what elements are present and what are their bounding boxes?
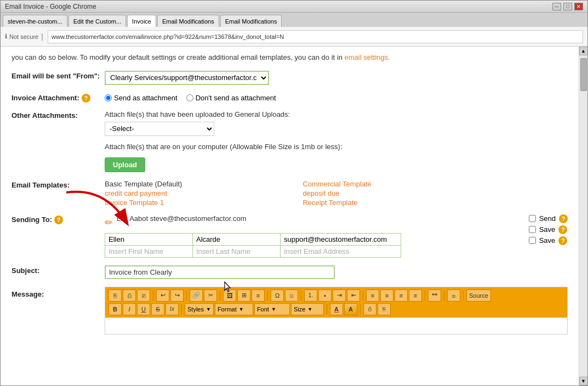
send-label: Send (539, 214, 556, 223)
tb-sep-5 (301, 291, 301, 300)
tb-align-justify[interactable]: ≡ (409, 290, 422, 302)
tb-unlink[interactable]: ✂ (204, 290, 217, 302)
tb-font-dropdown[interactable]: Font ▼ (254, 303, 290, 315)
close-button[interactable]: ✕ (574, 3, 583, 10)
from-select[interactable]: Clearly Services/support@thecustomerfact… (105, 71, 269, 85)
minimize-button[interactable]: ─ (552, 3, 561, 10)
tb-format-label: Format (218, 306, 237, 313)
tb-image[interactable]: 🖼 (223, 290, 236, 302)
templates-label: Email Templates: (12, 180, 105, 189)
form-row-message: Message: ⎘ ⎙ ⎚ ↩ ↪ (12, 287, 568, 334)
tb-align-right[interactable]: ≡ (395, 290, 408, 302)
save-checkbox-1[interactable] (529, 226, 536, 233)
tb-paste[interactable]: ⎙ (123, 290, 136, 302)
tb-something[interactable]: ⎄ (447, 290, 460, 302)
tb-bg-color[interactable]: A (344, 303, 357, 315)
template-invoice-1[interactable]: Invoice Template 1 (105, 198, 182, 207)
attachment-help-icon[interactable]: ? (82, 94, 90, 103)
window-title: Email Invoice - Google Chrome (5, 3, 552, 10)
tab-bar: steven-the-custom... Edit the Custom... … (1, 13, 587, 27)
sending-to-help-icon[interactable]: ? (54, 215, 63, 224)
tb-remove-format[interactable]: ⎘ (378, 303, 391, 315)
tb-redo[interactable]: ↪ (170, 290, 184, 302)
tb-size-label: Size (294, 306, 305, 313)
tb-special-char[interactable]: Ω (271, 290, 284, 302)
maximize-button[interactable]: □ (563, 3, 572, 10)
send-attachment-radio[interactable] (105, 94, 112, 101)
scroll-down-button[interactable]: ▼ (579, 377, 588, 385)
template-credit-card[interactable]: credit card payment (105, 189, 182, 197)
sending-to-label-text: Sending To: (12, 215, 52, 224)
send-attachment-option[interactable]: Send as attachment (105, 94, 178, 102)
url-bar[interactable] (48, 30, 583, 43)
form-row-other-attachments: Other Attachments: Attach file(s) that h… (12, 110, 568, 172)
email-settings-link[interactable]: email settings. (345, 53, 390, 61)
message-label: Message: (12, 287, 105, 298)
tb-source[interactable]: Source (466, 290, 491, 302)
upload-button[interactable]: Upload (105, 157, 145, 172)
tb-copy[interactable]: ⎘ (109, 290, 122, 302)
tb-table[interactable]: ⊞ (237, 290, 250, 302)
tb-styles-dropdown[interactable]: Styles ▼ (185, 303, 214, 315)
page-content: you can do so below. To modify your defa… (1, 47, 579, 376)
tb-ordered-list[interactable]: 1. (304, 290, 317, 302)
template-receipt[interactable]: Receipt Template (302, 198, 371, 207)
editor-body[interactable] (105, 317, 567, 334)
tab-0[interactable]: steven-the-custom... (3, 15, 67, 27)
tb-size-dropdown[interactable]: Size ▼ (291, 303, 324, 315)
tb-sep-6 (363, 291, 363, 300)
intro-text-body: you can do so below. To modify your defa… (12, 53, 342, 61)
first-name-cell: Ellen (105, 233, 193, 245)
tb-unordered-list[interactable]: • (318, 290, 332, 302)
tb-align-left[interactable]: ≡ (366, 290, 379, 302)
tb-format-dropdown[interactable]: Format ▼ (215, 303, 253, 315)
tab-3[interactable]: Email Modifications (157, 15, 219, 27)
template-commercial[interactable]: Commercial Template (302, 180, 371, 188)
last-name-placeholder[interactable]: Insert Last Name (193, 245, 281, 257)
tab-1[interactable]: Edit the Custom... (68, 15, 126, 27)
tb-outdent[interactable]: ⇤ (347, 290, 360, 302)
send-help-icon[interactable]: ? (559, 214, 568, 223)
subject-input[interactable] (105, 265, 335, 279)
page-scroll[interactable]: you can do so below. To modify your defa… (1, 47, 579, 385)
tb-paste-text[interactable]: ⎚ (137, 290, 150, 302)
tb-blockquote[interactable]: ❝❝ (428, 290, 441, 302)
scrollbar-track[interactable] (580, 55, 587, 377)
attach-select[interactable]: -Select- (105, 122, 214, 136)
scroll-up-button[interactable]: ▲ (579, 47, 588, 55)
from-field: Clearly Services/support@thecustomerfact… (105, 71, 568, 85)
save-help-icon-1[interactable]: ? (558, 225, 567, 234)
save-checkbox-2[interactable] (529, 237, 536, 244)
tb-font-label: Font (257, 306, 269, 313)
tb-strikethrough[interactable]: S (151, 303, 164, 315)
tb-hr[interactable]: ≡ (252, 290, 265, 302)
message-label-text: Message: (12, 290, 44, 298)
send-options: Send ? Save ? Save (529, 214, 568, 245)
first-name-placeholder[interactable]: Insert First Name (105, 245, 193, 257)
no-attachment-option[interactable]: Don't send as attachment (186, 94, 276, 102)
scrollbar-thumb[interactable] (580, 58, 587, 91)
tb-undo[interactable]: ↩ (156, 290, 169, 302)
tb-indent[interactable]: ⇥ (333, 290, 346, 302)
template-deposit[interactable]: deposit due (302, 189, 371, 197)
pencil-icon[interactable]: ✏ (105, 217, 113, 229)
email-placeholder[interactable]: Insert Email Address (281, 245, 401, 257)
tb-clear-format[interactable]: Ix (165, 303, 179, 315)
tb-italic[interactable]: I (123, 303, 136, 315)
form-row-from: Email will be sent "From": Clearly Servi… (12, 71, 568, 85)
tb-link[interactable]: 🔗 (190, 290, 203, 302)
tb-underline[interactable]: U (137, 303, 150, 315)
tb-smiley[interactable]: ☺ (285, 290, 298, 302)
tb-align-center[interactable]: ≡ (380, 290, 393, 302)
recipient-display-name: Lila Aabot steve@thecustomerfactor.com (117, 214, 246, 223)
templates-left: Basic Template (Default) credit card pay… (105, 180, 182, 207)
save-help-icon-2[interactable]: ? (558, 236, 567, 245)
tb-paste-word[interactable]: ⎙ (363, 303, 376, 315)
tb-font-color[interactable]: A (330, 303, 343, 315)
tb-sep-12 (360, 304, 361, 314)
no-attachment-radio[interactable] (186, 94, 193, 101)
send-checkbox[interactable] (529, 215, 536, 222)
tab-4[interactable]: Email Modifications (220, 15, 282, 27)
tab-invoice[interactable]: Invoice (127, 15, 156, 27)
tb-bold[interactable]: B (109, 303, 122, 315)
